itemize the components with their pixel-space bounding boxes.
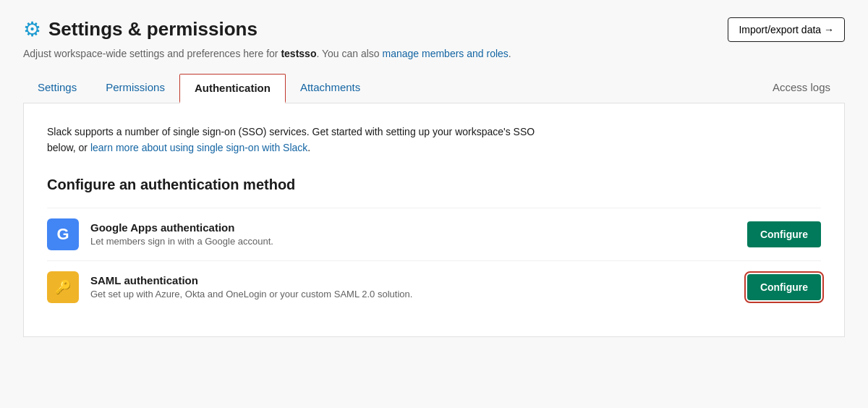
tab-permissions[interactable]: Permissions <box>91 74 179 103</box>
manage-members-link[interactable]: manage members and roles <box>383 48 509 59</box>
saml-auth-info: SAML authentication Get set up with Azur… <box>90 274 736 299</box>
saml-configure-button[interactable]: Configure <box>747 274 821 300</box>
tab-access-logs[interactable]: Access logs <box>758 74 845 103</box>
auth-item-saml: 🔑 SAML authentication Get set up with Az… <box>47 260 821 313</box>
gear-icon: ⚙ <box>23 17 41 41</box>
subtitle: Adjust workspace-wide settings and prefe… <box>23 48 845 59</box>
intro-end: . <box>307 142 310 153</box>
tab-authentication[interactable]: Authentication <box>179 74 286 103</box>
section-title: Configure an authentication method <box>47 177 821 193</box>
google-icon: G <box>47 218 79 250</box>
import-export-button[interactable]: Import/export data → <box>728 17 845 42</box>
header-row: ⚙ Settings & permissions Import/export d… <box>23 17 845 42</box>
google-configure-button[interactable]: Configure <box>747 221 821 247</box>
workspace-name: testsso <box>281 48 316 59</box>
auth-item-google: G Google Apps authentication Let members… <box>47 208 821 260</box>
page-title: Settings & permissions <box>48 18 258 41</box>
saml-icon: 🔑 <box>47 271 79 303</box>
content-area: Slack supports a number of single sign-o… <box>23 103 845 337</box>
subtitle-suffix: . You can also <box>316 48 382 59</box>
google-auth-info: Google Apps authentication Let members s… <box>90 221 736 247</box>
intro-text: Slack supports a number of single sign-o… <box>47 124 553 156</box>
subtitle-prefix: Adjust workspace-wide settings and prefe… <box>23 48 281 59</box>
google-auth-desc: Let members sign in with a Google accoun… <box>90 236 736 247</box>
subtitle-period: . <box>509 48 511 59</box>
saml-auth-name: SAML authentication <box>90 274 736 286</box>
google-auth-name: Google Apps authentication <box>90 221 736 234</box>
page-wrapper: ⚙ Settings & permissions Import/export d… <box>0 0 868 408</box>
tabs-bar: Settings Permissions Authentication Atta… <box>23 74 845 103</box>
tab-settings[interactable]: Settings <box>23 74 91 103</box>
title-area: ⚙ Settings & permissions <box>23 17 258 41</box>
sso-learn-link[interactable]: learn more about using single sign-on wi… <box>90 142 307 153</box>
saml-auth-desc: Get set up with Azure, Okta and OneLogin… <box>90 289 736 299</box>
tab-attachments[interactable]: Attachments <box>286 74 375 103</box>
key-icon: 🔑 <box>55 279 71 295</box>
